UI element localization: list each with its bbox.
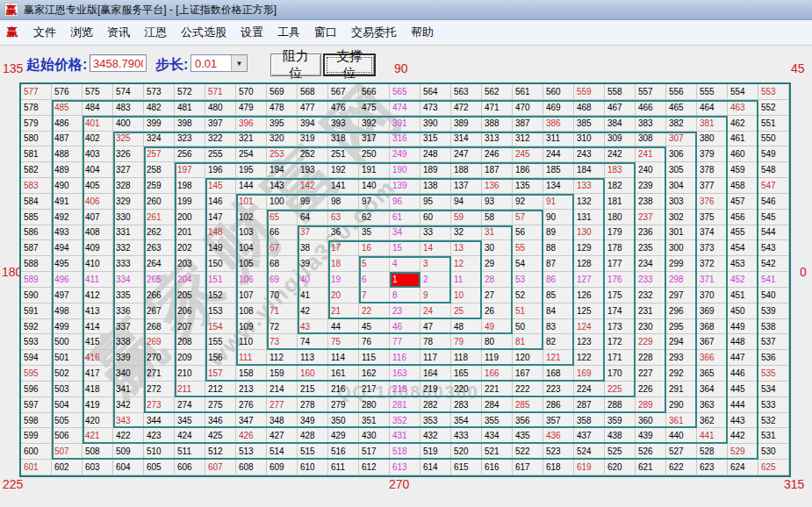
gann-cell[interactable]: 517 xyxy=(359,444,390,460)
gann-cell[interactable]: 43 xyxy=(298,319,328,335)
gann-cell[interactable]: 24 xyxy=(420,303,451,319)
gann-cell[interactable]: 189 xyxy=(420,162,451,178)
gann-cell[interactable]: 371 xyxy=(697,272,728,288)
gann-cell[interactable]: 230 xyxy=(636,319,666,335)
gann-cell[interactable]: 290 xyxy=(666,397,697,413)
gann-cell[interactable]: 248 xyxy=(420,146,451,162)
gann-cell[interactable]: 582 xyxy=(21,162,52,178)
gann-cell[interactable]: 122 xyxy=(574,350,605,366)
gann-cell[interactable]: 235 xyxy=(636,240,666,256)
gann-cell[interactable]: 384 xyxy=(605,116,636,132)
gann-cell[interactable]: 249 xyxy=(390,146,420,162)
gann-cell[interactable]: 358 xyxy=(574,413,605,429)
gann-cell[interactable]: 87 xyxy=(543,256,574,272)
gann-cell[interactable]: 147 xyxy=(205,210,236,225)
gann-cell[interactable]: 618 xyxy=(543,460,574,475)
gann-cell[interactable]: 381 xyxy=(697,116,728,132)
gann-cell[interactable]: 613 xyxy=(390,460,420,475)
gann-cell[interactable]: 604 xyxy=(113,460,144,475)
gann-cell[interactable]: 508 xyxy=(83,444,113,460)
gann-cell[interactable]: 136 xyxy=(482,178,513,194)
gann-cell[interactable]: 392 xyxy=(359,116,390,132)
gann-cell[interactable]: 334 xyxy=(113,272,144,288)
gann-cell[interactable]: 606 xyxy=(175,460,205,475)
gann-cell[interactable]: 448 xyxy=(728,334,758,350)
gann-cell[interactable]: 196 xyxy=(205,162,236,178)
gann-cell[interactable]: 212 xyxy=(205,382,236,397)
gann-cell[interactable]: 366 xyxy=(697,350,728,366)
gann-cell[interactable]: 148 xyxy=(205,225,236,241)
gann-cell[interactable]: 260 xyxy=(144,194,175,210)
gann-cell[interactable]: 380 xyxy=(697,132,728,147)
gann-cell[interactable]: 292 xyxy=(666,366,697,382)
gann-cell[interactable]: 431 xyxy=(390,428,420,444)
gann-cell[interactable]: 496 xyxy=(52,272,83,288)
gann-cell[interactable]: 471 xyxy=(482,100,513,116)
menu-item[interactable]: 文件 xyxy=(26,22,63,43)
gann-cell[interactable]: 453 xyxy=(728,256,758,272)
gann-cell[interactable]: 200 xyxy=(175,210,205,225)
gann-cell[interactable]: 170 xyxy=(605,366,636,382)
gann-cell[interactable]: 586 xyxy=(21,225,52,241)
gann-cell[interactable]: 57 xyxy=(513,210,543,225)
gann-cell[interactable]: 17 xyxy=(328,240,359,256)
gann-cell[interactable]: 103 xyxy=(236,225,267,241)
gann-cell[interactable]: 222 xyxy=(513,382,543,397)
gann-cell[interactable]: 284 xyxy=(482,397,513,413)
gann-cell[interactable]: 578 xyxy=(21,100,52,116)
gann-cell[interactable]: 202 xyxy=(175,240,205,256)
gann-cell[interactable]: 416 xyxy=(83,350,113,366)
gann-cell[interactable]: 329 xyxy=(113,194,144,210)
gann-cell[interactable]: 27 xyxy=(482,288,513,303)
gann-cell[interactable]: 247 xyxy=(451,146,482,162)
gann-cell[interactable]: 120 xyxy=(513,350,543,366)
gann-cell[interactable]: 420 xyxy=(83,413,113,429)
gann-cell[interactable]: 415 xyxy=(83,334,113,350)
gann-cell[interactable]: 14 xyxy=(420,240,451,256)
gann-cell[interactable]: 81 xyxy=(513,334,543,350)
gann-cell[interactable]: 303 xyxy=(666,194,697,210)
gann-cell[interactable]: 556 xyxy=(666,84,697,100)
gann-cell[interactable]: 203 xyxy=(175,256,205,272)
gann-cell[interactable]: 278 xyxy=(298,397,328,413)
gann-cell[interactable]: 572 xyxy=(175,84,205,100)
gann-cell[interactable]: 571 xyxy=(205,84,236,100)
gann-cell[interactable]: 363 xyxy=(697,397,728,413)
gann-cell[interactable]: 327 xyxy=(113,162,144,178)
gann-cell[interactable]: 187 xyxy=(482,162,513,178)
gann-cell[interactable]: 199 xyxy=(175,194,205,210)
gann-cell[interactable]: 331 xyxy=(113,225,144,241)
gann-cell[interactable]: 198 xyxy=(175,178,205,194)
gann-cell[interactable]: 621 xyxy=(636,460,666,475)
gann-cell[interactable]: 160 xyxy=(298,366,328,382)
gann-cell[interactable]: 10 xyxy=(451,288,482,303)
gann-cell[interactable]: 422 xyxy=(113,428,144,444)
gann-cell[interactable]: 442 xyxy=(728,428,758,444)
gann-cell[interactable]: 273 xyxy=(144,397,175,413)
gann-cell[interactable]: 383 xyxy=(636,116,666,132)
gann-cell[interactable]: 370 xyxy=(697,288,728,303)
gann-cell[interactable]: 217 xyxy=(359,382,390,397)
gann-cell[interactable]: 256 xyxy=(175,146,205,162)
gann-cell[interactable]: 188 xyxy=(451,162,482,178)
gann-cell[interactable]: 46 xyxy=(390,319,420,335)
gann-cell[interactable]: 317 xyxy=(359,132,390,147)
gann-cell[interactable]: 115 xyxy=(359,350,390,366)
gann-cell[interactable]: 85 xyxy=(543,288,574,303)
gann-cell[interactable]: 395 xyxy=(267,116,298,132)
gann-cell[interactable]: 242 xyxy=(605,146,636,162)
gann-cell[interactable]: 587 xyxy=(21,240,52,256)
gann-cell[interactable]: 280 xyxy=(359,397,390,413)
gann-cell[interactable]: 12 xyxy=(451,256,482,272)
gann-cell[interactable]: 494 xyxy=(52,240,83,256)
gann-cell[interactable]: 479 xyxy=(236,100,267,116)
gann-cell[interactable]: 596 xyxy=(21,382,52,397)
gann-cell[interactable]: 564 xyxy=(420,84,451,100)
gann-cell[interactable]: 182 xyxy=(605,178,636,194)
gann-cell[interactable]: 261 xyxy=(144,210,175,225)
gann-cell[interactable]: 588 xyxy=(21,256,52,272)
gann-cell[interactable]: 214 xyxy=(267,382,298,397)
gann-cell[interactable]: 414 xyxy=(83,319,113,335)
gann-cell[interactable]: 620 xyxy=(605,460,636,475)
gann-cell[interactable]: 30 xyxy=(482,240,513,256)
